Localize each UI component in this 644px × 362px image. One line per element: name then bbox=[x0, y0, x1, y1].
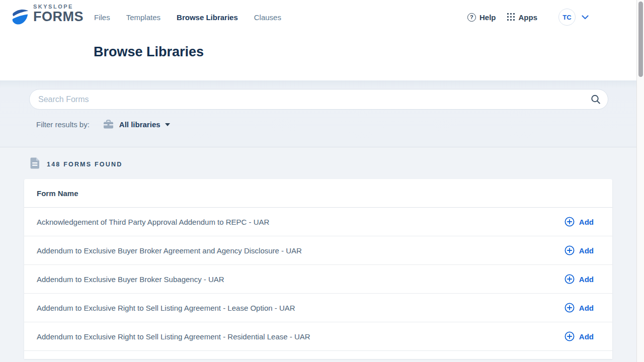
logo-text: SKYSLOPE FORMS bbox=[33, 4, 84, 24]
help-label: Help bbox=[479, 13, 496, 22]
briefcase-icon bbox=[103, 120, 114, 129]
table-row: Addendum to Exclusive Buyer Broker Agree… bbox=[24, 236, 612, 265]
filter-label: Filter results by: bbox=[36, 120, 90, 129]
plus-circle-icon bbox=[565, 274, 575, 284]
add-button-label: Add bbox=[579, 246, 594, 255]
add-button-label: Add bbox=[579, 332, 594, 341]
add-form-button[interactable]: Add bbox=[565, 217, 594, 227]
plus-circle-icon bbox=[565, 217, 575, 227]
form-name: Addendum to Exclusive Buyer Broker Agree… bbox=[37, 246, 302, 255]
user-avatar[interactable]: TC bbox=[558, 9, 576, 26]
nav-item-clauses[interactable]: Clauses bbox=[254, 13, 281, 22]
forms-table-card: Form Name Acknowledgement of Third Party… bbox=[24, 179, 612, 359]
table-row-partial bbox=[24, 351, 612, 359]
results-content: 148 FORMS FOUND Form Name Acknowledgemen… bbox=[0, 147, 636, 362]
library-filter-dropdown[interactable]: All libraries bbox=[119, 120, 170, 129]
logo-line2: FORMS bbox=[33, 10, 84, 24]
library-filter-value: All libraries bbox=[119, 120, 160, 129]
top-navigation-bar: SKYSLOPE FORMS Files Templates Browse Li… bbox=[0, 0, 636, 34]
filter-row: Filter results by: All libraries bbox=[36, 120, 608, 129]
table-row: Addendum to Exclusive Right to Sell List… bbox=[24, 294, 612, 322]
search-icon[interactable] bbox=[590, 94, 601, 107]
plus-circle-icon bbox=[565, 331, 575, 341]
app-header: SKYSLOPE FORMS Files Templates Browse Li… bbox=[0, 0, 636, 80]
account-menu-chevron-down-icon[interactable] bbox=[582, 15, 589, 20]
main-nav: Files Templates Browse Libraries Clauses bbox=[94, 13, 281, 22]
caret-down-icon bbox=[165, 123, 170, 126]
plus-circle-icon bbox=[565, 303, 575, 313]
add-form-button[interactable]: Add bbox=[565, 331, 594, 341]
nav-item-files[interactable]: Files bbox=[94, 13, 110, 22]
add-form-button[interactable]: Add bbox=[565, 274, 594, 284]
table-row: Addendum to Exclusive Buyer Broker Subag… bbox=[24, 265, 612, 294]
results-count-label: 148 FORMS FOUND bbox=[47, 161, 122, 168]
apps-label: Apps bbox=[519, 13, 538, 22]
nav-item-templates[interactable]: Templates bbox=[126, 13, 160, 22]
form-name: Addendum to Exclusive Buyer Broker Subag… bbox=[37, 275, 224, 284]
help-button[interactable]: ? Help bbox=[467, 13, 496, 22]
nav-item-browse-libraries[interactable]: Browse Libraries bbox=[177, 13, 238, 22]
search-box bbox=[29, 89, 608, 110]
form-name: Addendum to Exclusive Right to Sell List… bbox=[37, 304, 295, 312]
add-button-label: Add bbox=[579, 304, 594, 312]
skyslope-forms-logo[interactable]: SKYSLOPE FORMS bbox=[11, 4, 94, 30]
apps-grid-icon bbox=[507, 13, 515, 21]
add-form-button[interactable]: Add bbox=[565, 245, 594, 255]
add-form-button[interactable]: Add bbox=[565, 303, 594, 313]
topbar-right-actions: ? Help Apps TC bbox=[467, 9, 589, 26]
page: SKYSLOPE FORMS Files Templates Browse Li… bbox=[0, 0, 636, 362]
table-header-row: Form Name bbox=[24, 179, 612, 208]
table-row: Addendum to Exclusive Right to Sell List… bbox=[24, 322, 612, 351]
help-icon: ? bbox=[467, 13, 476, 22]
add-button-label: Add bbox=[579, 218, 594, 226]
page-title: Browse Libraries bbox=[94, 44, 636, 60]
scrollbar-thumb[interactable] bbox=[638, 2, 643, 77]
form-name: Addendum to Exclusive Right to Sell List… bbox=[37, 332, 310, 341]
vertical-scrollbar[interactable] bbox=[636, 0, 644, 362]
search-filter-section: Filter results by: All libraries bbox=[0, 80, 636, 147]
add-button-label: Add bbox=[579, 275, 594, 284]
skyslope-swoosh-icon bbox=[11, 4, 30, 30]
plus-circle-icon bbox=[565, 245, 575, 255]
apps-button[interactable]: Apps bbox=[507, 13, 538, 22]
form-name-column-header: Form Name bbox=[37, 189, 78, 198]
search-forms-input[interactable] bbox=[30, 95, 608, 104]
results-heading: 148 FORMS FOUND bbox=[30, 157, 636, 171]
document-icon bbox=[30, 157, 40, 171]
table-row: Acknowledgement of Third Party Approval … bbox=[24, 208, 612, 236]
form-name: Acknowledgement of Third Party Approval … bbox=[37, 218, 269, 226]
